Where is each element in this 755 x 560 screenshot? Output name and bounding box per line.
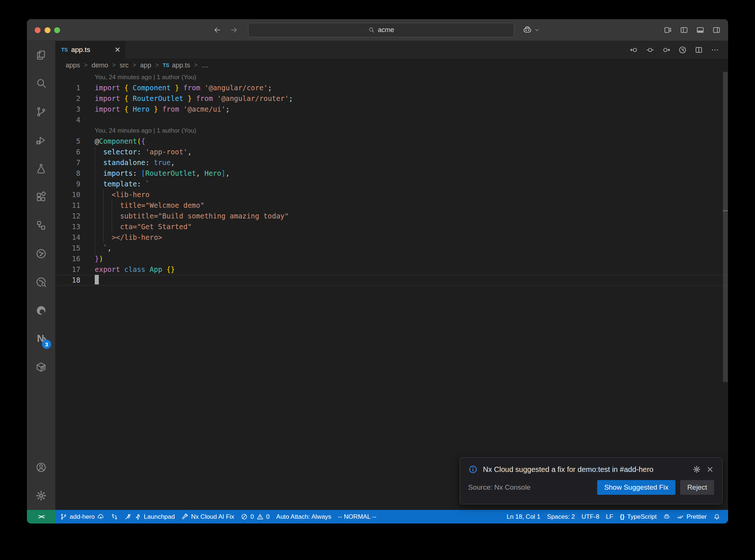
panel-right-icon[interactable] bbox=[712, 26, 721, 34]
notification-source: Source: Nx Console bbox=[468, 483, 530, 491]
line-number[interactable]: 17 bbox=[55, 264, 80, 275]
line-number[interactable]: 2 bbox=[55, 93, 80, 104]
code-line-11: 11 title="Welcmoe demo" bbox=[55, 200, 728, 211]
status-item-cursor-position[interactable]: Ln 18, Col 1 bbox=[503, 510, 544, 524]
circle-dash-icon[interactable] bbox=[646, 46, 654, 54]
activity-badge: 3 bbox=[42, 340, 51, 349]
circle-arrow-left-icon[interactable] bbox=[630, 46, 638, 54]
back-button[interactable] bbox=[213, 26, 222, 34]
line-number[interactable]: 11 bbox=[55, 200, 80, 211]
breadcrumb-item[interactable]: src bbox=[120, 62, 129, 69]
activity-item-run-debug[interactable] bbox=[27, 126, 55, 154]
activity-item-settings-gear[interactable] bbox=[27, 482, 55, 510]
minimize-window-button[interactable] bbox=[45, 27, 51, 33]
gutter bbox=[55, 72, 80, 83]
close-window-button[interactable] bbox=[35, 27, 41, 33]
line-number[interactable]: 8 bbox=[55, 168, 80, 179]
scrollbar-thumb[interactable] bbox=[723, 72, 728, 382]
activity-item-container[interactable] bbox=[27, 353, 55, 381]
activity-item-testing[interactable] bbox=[27, 154, 55, 183]
warning-triangle-icon bbox=[257, 513, 264, 520]
reject-button[interactable]: Reject bbox=[680, 480, 714, 495]
status-text: Launchpad bbox=[144, 513, 175, 521]
status-item-notifications[interactable] bbox=[710, 510, 724, 524]
status-item-prettier[interactable]: Prettier bbox=[674, 510, 710, 524]
status-item-vim-mode[interactable]: -- NORMAL -- bbox=[335, 510, 380, 524]
line-number[interactable]: 9 bbox=[55, 179, 80, 189]
forward-button[interactable] bbox=[230, 26, 238, 34]
remote-indicator[interactable]: >< bbox=[27, 510, 55, 524]
status-item-language[interactable]: {}TypeScript bbox=[616, 510, 660, 524]
code-editor[interactable]: You, 24 minutes ago | 1 author (You)1imp… bbox=[55, 72, 728, 510]
status-text: 0 bbox=[266, 513, 269, 521]
breadcrumb: apps>demo>src>app>TSapp.ts>… bbox=[55, 59, 728, 72]
activity-item-search[interactable] bbox=[27, 69, 55, 98]
status-item-indentation[interactable]: Spaces: 2 bbox=[544, 510, 578, 524]
status-item-copilot[interactable] bbox=[660, 510, 674, 524]
editor-actions bbox=[630, 41, 728, 59]
activity-bar-top: N›3 bbox=[27, 41, 55, 381]
activity-item-source-control[interactable] bbox=[27, 98, 55, 126]
tab-app-ts[interactable]: TS app.ts ✕ bbox=[55, 41, 125, 59]
activity-item-project-structure[interactable] bbox=[27, 211, 55, 239]
status-item-branch[interactable]: add-hero bbox=[57, 510, 108, 524]
status-text: Spaces: 2 bbox=[547, 513, 575, 521]
breadcrumb-item[interactable]: … bbox=[202, 62, 208, 69]
run-debug-icon bbox=[35, 134, 47, 146]
close-tab-icon[interactable]: ✕ bbox=[114, 45, 121, 54]
status-item-eol[interactable]: LF bbox=[603, 510, 617, 524]
panel-left-icon[interactable] bbox=[680, 26, 688, 34]
activity-item-browser-swirl[interactable] bbox=[27, 296, 55, 325]
ellipsis-icon[interactable] bbox=[711, 46, 719, 54]
status-item-encoding[interactable]: UTF-8 bbox=[578, 510, 602, 524]
line-number[interactable]: 15 bbox=[55, 243, 80, 253]
line-number[interactable]: 1 bbox=[55, 83, 80, 93]
line-number[interactable]: 7 bbox=[55, 157, 80, 168]
activity-item-nx-logo[interactable]: N›3 bbox=[27, 325, 55, 353]
breadcrumb-item[interactable]: app bbox=[140, 62, 151, 69]
activity-item-nx-graph[interactable] bbox=[27, 239, 55, 268]
activity-item-nx-graph-search[interactable] bbox=[27, 268, 55, 296]
graph-circle-icon[interactable] bbox=[678, 46, 687, 54]
show-suggested-fix-button[interactable]: Show Suggested Fix bbox=[597, 480, 675, 495]
line-number[interactable]: 13 bbox=[55, 221, 80, 232]
copilot-menu[interactable] bbox=[522, 19, 540, 41]
split-editor-icon[interactable] bbox=[695, 46, 703, 54]
error-circle-icon bbox=[241, 513, 248, 520]
status-item-launchpad[interactable]: Launchpad bbox=[121, 510, 178, 524]
activity-item-account[interactable] bbox=[27, 453, 55, 482]
status-item-nx-cloud-ai-fix[interactable]: Nx Cloud AI Fix bbox=[178, 510, 237, 524]
layout-customize-icon[interactable] bbox=[664, 26, 672, 34]
notification-settings-icon[interactable] bbox=[693, 465, 701, 473]
line-number[interactable]: 16 bbox=[55, 253, 80, 264]
breadcrumb-item[interactable]: apps bbox=[66, 62, 80, 69]
command-center[interactable]: acme bbox=[248, 23, 514, 37]
activity-item-extensions[interactable] bbox=[27, 183, 55, 211]
breadcrumb-item[interactable]: TSapp.ts bbox=[163, 62, 190, 69]
code-line-6: 6 selector: 'app-root', bbox=[55, 147, 728, 157]
testing-icon bbox=[35, 163, 47, 174]
line-number[interactable]: 18 bbox=[55, 275, 80, 286]
notification-title: Nx Cloud suggested a fix for demo:test i… bbox=[483, 465, 688, 474]
nx-graph-icon bbox=[35, 248, 47, 259]
status-item-compare[interactable] bbox=[108, 510, 121, 524]
line-number[interactable]: 10 bbox=[55, 189, 80, 200]
line-number[interactable]: 3 bbox=[55, 104, 80, 115]
wrench-icon bbox=[181, 513, 188, 520]
circle-arrow-right-icon[interactable] bbox=[662, 46, 671, 54]
notification-close-icon[interactable] bbox=[706, 465, 714, 473]
traffic-lights bbox=[35, 27, 60, 33]
line-number[interactable]: 6 bbox=[55, 147, 80, 157]
line-number[interactable]: 4 bbox=[55, 115, 80, 125]
activity-item-explorer[interactable] bbox=[27, 41, 55, 69]
maximize-window-button[interactable] bbox=[54, 27, 60, 33]
breadcrumb-item[interactable]: demo bbox=[91, 62, 108, 69]
line-number[interactable]: 5 bbox=[55, 136, 80, 147]
line-number[interactable]: 14 bbox=[55, 232, 80, 243]
panel-bottom-icon[interactable] bbox=[696, 26, 704, 34]
status-item-auto-attach[interactable]: Auto Attach: Always bbox=[273, 510, 334, 524]
blame-annotation: You, 24 minutes ago | 1 author (You) bbox=[55, 72, 728, 83]
breadcrumb-label: src bbox=[120, 62, 129, 69]
line-number[interactable]: 12 bbox=[55, 211, 80, 221]
status-item-problems[interactable]: 00 bbox=[237, 510, 273, 524]
